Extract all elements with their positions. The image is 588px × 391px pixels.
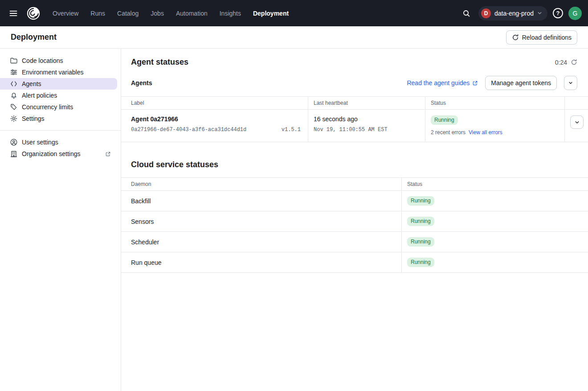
page-title: Deployment <box>11 33 57 42</box>
column-header-daemon: Daemon <box>121 178 402 190</box>
sidebar-item-label: Organization settings <box>22 150 81 157</box>
help-icon: ? <box>556 10 560 16</box>
sidebar-item-label: Settings <box>22 115 45 122</box>
daemon-row-sensors: Sensors Running <box>121 211 588 232</box>
agents-subsection-title: Agents <box>131 79 152 86</box>
cloud-services-table: Daemon Status Backfill Running Sensors R… <box>121 177 588 273</box>
reload-icon <box>512 34 519 41</box>
external-link-icon <box>472 80 478 86</box>
main-content: Agent statuses 0:24 Agents Read the agen… <box>121 49 588 391</box>
column-header-last-heartbeat: Last heartbeat <box>308 97 425 109</box>
sidebar-divider <box>0 130 121 131</box>
chevron-down-icon <box>537 11 542 16</box>
sidebar-item-organization-settings[interactable]: Organization settings <box>0 148 121 160</box>
sidebar-item-user-settings[interactable]: User settings <box>0 136 121 148</box>
reload-definitions-button[interactable]: Reload definitions <box>506 30 577 45</box>
sidebar-item-environment-variables[interactable]: Environment variables <box>0 66 121 78</box>
recent-errors-text: 2 recent errors <box>431 129 466 136</box>
sidebar-item-alert-policies[interactable]: Alert policies <box>0 90 121 101</box>
column-header-status: Status <box>402 178 588 190</box>
refresh-icon[interactable] <box>571 59 577 66</box>
nav-item-insights[interactable]: Insights <box>220 10 241 17</box>
sidebar-item-label: Agents <box>22 80 41 87</box>
gear-icon <box>10 115 18 123</box>
primary-nav: Overview Runs Catalog Jobs Automation In… <box>53 10 289 17</box>
column-header-actions <box>565 97 588 109</box>
chevron-down-icon <box>575 120 580 125</box>
agent-guides-link[interactable]: Read the agent guides <box>407 79 478 86</box>
bell-icon <box>10 91 18 99</box>
agents-table-header: Label Last heartbeat Status <box>121 97 588 110</box>
nav-item-jobs[interactable]: Jobs <box>151 10 164 17</box>
column-header-status: Status <box>425 97 565 109</box>
sidebar-item-label: Alert policies <box>22 92 57 99</box>
nav-item-deployment[interactable]: Deployment <box>253 10 289 17</box>
hamburger-menu-button[interactable] <box>6 6 20 21</box>
sidebar-item-code-locations[interactable]: Code locations <box>0 55 121 66</box>
help-button[interactable]: ? <box>553 8 563 18</box>
sidebar-item-settings[interactable]: Settings <box>0 113 121 124</box>
agents-more-actions-button[interactable] <box>564 76 577 90</box>
top-nav: Overview Runs Catalog Jobs Automation In… <box>0 0 588 26</box>
agent-expand-button[interactable] <box>570 115 584 129</box>
agent-heartbeat-cell: 16 seconds ago Nov 19, 11:00:55 AM EST <box>308 110 425 142</box>
dagster-logo <box>24 6 43 21</box>
sidebar-item-agents[interactable]: Agents <box>0 78 117 90</box>
agent-status-cell: Running 2 recent errors View all errors <box>425 110 565 142</box>
cloud-service-statuses-title: Cloud service statuses <box>131 160 218 169</box>
status-badge: Running <box>407 217 434 226</box>
daemon-name: Scheduler <box>121 232 402 252</box>
nav-item-overview[interactable]: Overview <box>53 10 78 17</box>
deployment-name: data-eng-prod <box>494 10 534 17</box>
agent-guides-link-label: Read the agent guides <box>407 79 470 86</box>
external-link-icon <box>105 151 111 157</box>
daemon-row-backfill: Backfill Running <box>121 191 588 211</box>
column-header-label: Label <box>121 97 308 109</box>
nav-item-runs[interactable]: Runs <box>90 10 105 17</box>
view-all-errors-link[interactable]: View all errors <box>469 129 502 136</box>
agent-label-cell: Agent 0a271966 0a271966-de67-4043-a3f6-a… <box>121 110 308 142</box>
person-icon <box>10 138 18 146</box>
agents-table: Label Last heartbeat Status Agent 0a2719… <box>121 96 588 142</box>
agent-name: Agent 0a271966 <box>131 115 301 123</box>
folder-icon <box>10 57 18 65</box>
tag-icon <box>10 103 18 111</box>
status-badge: Running <box>407 237 434 247</box>
search-icon <box>462 9 470 17</box>
daemon-status-cell: Running <box>402 191 588 211</box>
status-badge: Running <box>407 258 434 267</box>
sidebar-item-label: Concurrency limits <box>22 103 73 111</box>
sidebar-item-label: Code locations <box>22 57 63 64</box>
agent-version: v1.5.1 <box>282 127 301 133</box>
sidebar-item-concurrency-limits[interactable]: Concurrency limits <box>0 101 121 113</box>
cloud-services-table-header: Daemon Status <box>121 178 588 191</box>
sidebar-item-label: Environment variables <box>22 69 84 76</box>
manage-agent-tokens-button[interactable]: Manage agent tokens <box>485 76 557 90</box>
nav-item-automation[interactable]: Automation <box>176 10 208 17</box>
nav-item-catalog[interactable]: Catalog <box>117 10 139 17</box>
reload-definitions-label: Reload definitions <box>522 34 572 41</box>
countdown-value: 0:24 <box>555 59 567 66</box>
deployment-badge: D <box>481 8 491 18</box>
agent-statuses-title: Agent statuses <box>131 58 188 67</box>
cloud-service-statuses-header: Cloud service statuses <box>121 142 588 177</box>
daemon-status-cell: Running <box>402 232 588 252</box>
hamburger-icon <box>9 9 18 18</box>
page-header: Deployment Reload definitions <box>0 26 588 49</box>
agents-toolbar: Agents Read the agent guides Manage agen… <box>121 67 588 96</box>
building-icon <box>10 150 18 158</box>
user-avatar[interactable]: G <box>568 7 582 20</box>
sidebar-item-label: User settings <box>22 139 58 146</box>
topnav-right-cluster: D data-eng-prod ? G <box>460 6 582 21</box>
heartbeat-relative: 16 seconds ago <box>314 115 418 123</box>
deployment-switcher[interactable]: D data-eng-prod <box>478 6 547 21</box>
daemon-name: Backfill <box>121 191 402 211</box>
manage-agent-tokens-label: Manage agent tokens <box>491 79 551 86</box>
agent-id: 0a271966-de67-4043-a3f6-aca31dc44d1d <box>131 127 246 133</box>
agent-icon <box>10 80 18 88</box>
variables-icon <box>10 68 18 76</box>
search-button[interactable] <box>460 7 473 20</box>
agent-expand-cell <box>565 110 588 142</box>
daemon-name: Sensors <box>121 211 402 231</box>
refresh-countdown: 0:24 <box>555 59 577 66</box>
